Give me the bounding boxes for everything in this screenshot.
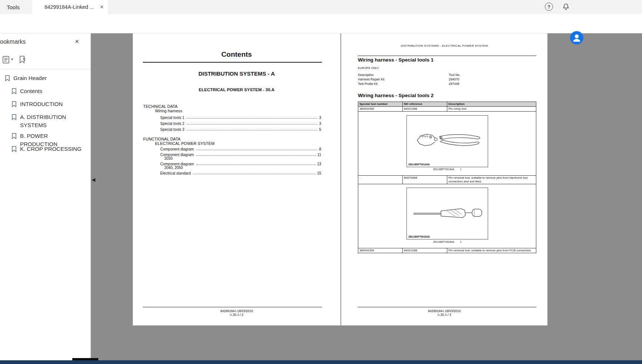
toc-entry: Special tools 35 bbox=[160, 126, 321, 132]
bookmark-options-icon bbox=[1, 55, 11, 64]
tab-document[interactable]: 84299184A-Linked ... × bbox=[32, 0, 108, 14]
sidebar-item-distribution-systems[interactable]: A. DISTRIBUTION SYSTEMS bbox=[0, 113, 84, 129]
pdf-page-right: DISTRIBUTION SYSTEMS - ELECTRICAL POWER … bbox=[341, 33, 547, 325]
toolbar: / 159 bbox=[0, 14, 642, 33]
table-row: 380000354 84021088 Pin removal tool, sui… bbox=[358, 248, 536, 253]
subsection-heading: ELECTRICAL POWER SYSTEM - 30.A bbox=[133, 87, 340, 92]
bookmark-options-caret-icon[interactable]: ▾ bbox=[11, 57, 13, 61]
special-tools-table: Special tool number NH reference Descrip… bbox=[358, 102, 536, 253]
pdf-viewer-window: Tools 84299184A-Linked ... × ? bbox=[0, 0, 642, 364]
collapse-left-icon: ◀ bbox=[92, 177, 95, 182]
bookmark-icon bbox=[11, 114, 17, 120]
contents-title: Contents bbox=[133, 50, 340, 59]
divider bbox=[0, 69, 90, 69]
new-bookmark-icon bbox=[18, 55, 27, 64]
tab-tools-label: Tools bbox=[7, 4, 20, 10]
document-tab-title: 84299184A-Linked ... bbox=[45, 4, 99, 10]
bookmark-icon bbox=[11, 133, 17, 139]
simple-tools-table: Description Tool No. Harness Repair Kit … bbox=[358, 73, 536, 86]
section-title-special-tools-1: Wiring harness - Special tools 1 bbox=[358, 57, 434, 63]
page-footer-page-id: A.30.A / 3 bbox=[341, 313, 547, 317]
bookmarks-panel-title: ookmarks bbox=[0, 39, 26, 45]
toc-entries-functional: Component diagram8 Component diagram11 2… bbox=[160, 146, 321, 175]
figure-caption: ZEIL08SPT002A0A2 bbox=[406, 241, 488, 243]
pdf-page-left: Contents DISTRIBUTION SYSTEMS - A ELECTR… bbox=[133, 33, 340, 325]
toc-entry-note: 2030 bbox=[160, 157, 321, 161]
table-row: 380000352 84021086 Pin crimp tool bbox=[358, 106, 536, 111]
table-row: Harness Repair Kit 294070 bbox=[358, 77, 536, 82]
toc-group-subheading: Wiring harness bbox=[155, 109, 182, 113]
figure-row: ZEIL08SPT002A0A ZEIL08SPT002A0A2 bbox=[358, 184, 536, 248]
region-label: EUROPE ONLY bbox=[358, 66, 379, 70]
footer-rule bbox=[143, 307, 322, 307]
panel-collapse-handle[interactable]: ◀ bbox=[92, 177, 95, 182]
dot-leader bbox=[187, 124, 317, 125]
sidebar-item-introduction[interactable]: INTRODUCTION bbox=[0, 100, 84, 108]
bookmarks-panel: ookmarks × ▾ Grain Head bbox=[0, 33, 91, 360]
table-row: - 80679968 Pin removal tool, suitable to… bbox=[358, 175, 536, 184]
dot-leader bbox=[187, 118, 317, 119]
bell-icon bbox=[562, 6, 570, 12]
toc-entry: Electrical standard15 bbox=[160, 170, 321, 175]
page-footer-doc-id: 84299184A 18/03/2010 bbox=[133, 309, 340, 313]
toc-entry: Component diagram11 bbox=[160, 151, 321, 157]
section-title-special-tools-2: Wiring harness - Special tools 2 bbox=[358, 93, 434, 98]
figure-row: ZEIL08SPT001A0A ZEIL08SPT001A0A1 bbox=[358, 111, 536, 175]
toc-entry-note: 2040, 2050 bbox=[160, 166, 321, 170]
table-header-row: Description Tool No. bbox=[358, 73, 536, 77]
bookmark-icon bbox=[4, 75, 10, 82]
toc-entry: Component diagram13 bbox=[160, 161, 321, 166]
bookmarks-options-button[interactable] bbox=[1, 55, 11, 64]
dot-leader bbox=[196, 150, 318, 150]
dot-leader bbox=[187, 130, 317, 130]
tab-tools[interactable]: Tools bbox=[0, 0, 32, 14]
sidebar-item-crop-processing[interactable]: K. CROP PROCESSING bbox=[0, 145, 84, 153]
bookmarks-close-icon[interactable]: × bbox=[75, 37, 79, 46]
figure-caption: ZEIL08SPT001A0A1 bbox=[406, 168, 488, 171]
notifications-button[interactable] bbox=[562, 2, 570, 11]
toc-group-heading: TECHNICAL DATA bbox=[143, 104, 178, 109]
page-footer-page-id: A.30.A / 2 bbox=[133, 313, 340, 317]
section-heading: DISTRIBUTION SYSTEMS - A bbox=[133, 70, 340, 77]
toc-entries-technical: Special tools 13 Special tools 23 Specia… bbox=[160, 114, 321, 132]
sidebar-item-grain-header[interactable]: Grain Header bbox=[0, 74, 77, 82]
dot-leader bbox=[193, 174, 316, 174]
tab-close-icon[interactable]: × bbox=[99, 4, 105, 10]
toc-entry: Component diagram8 bbox=[160, 146, 321, 151]
toc-group-subheading: ELECTRICAL POWER SYSTEM bbox=[155, 141, 214, 146]
bookmark-icon bbox=[11, 88, 17, 95]
pin-removal-tool-figure: ZEIL08SPT002A0A bbox=[406, 188, 488, 239]
sidebar-item-contents[interactable]: Contents bbox=[0, 87, 84, 95]
crimp-tool-figure: ZEIL08SPT001A0A bbox=[406, 115, 488, 167]
dot-leader bbox=[196, 165, 316, 165]
person-icon bbox=[570, 39, 583, 46]
footer-rule bbox=[358, 307, 536, 307]
header-rule bbox=[358, 56, 536, 56]
new-bookmark-button[interactable] bbox=[18, 55, 27, 64]
bookmark-icon bbox=[11, 146, 17, 152]
help-button[interactable]: ? bbox=[545, 3, 553, 11]
page-footer-doc-id: 84299184A 18/03/2010 bbox=[341, 309, 547, 313]
title-rule bbox=[143, 62, 322, 63]
figure-code-label: ZEIL08SPT002A0A bbox=[408, 235, 430, 238]
dot-leader bbox=[196, 155, 316, 156]
toc-group-heading: FUNCTIONAL DATA bbox=[143, 137, 181, 141]
account-avatar[interactable] bbox=[570, 31, 583, 44]
help-icon: ? bbox=[547, 4, 550, 10]
bottom-bar bbox=[0, 360, 642, 364]
running-header: DISTRIBUTION SYSTEMS - ELECTRICAL POWER … bbox=[341, 44, 547, 47]
bookmark-icon bbox=[11, 101, 17, 107]
tab-bar: Tools 84299184A-Linked ... × ? bbox=[0, 0, 642, 14]
toc-entry: Special tools 13 bbox=[160, 114, 321, 120]
toc-entry: Special tools 23 bbox=[160, 120, 321, 126]
figure-code-label: ZEIL08SPT001A0A bbox=[408, 163, 430, 166]
table-header-row: Special tool number NH reference Descrip… bbox=[358, 102, 536, 106]
table-row: Test Probe Kit 297448 bbox=[358, 82, 536, 86]
